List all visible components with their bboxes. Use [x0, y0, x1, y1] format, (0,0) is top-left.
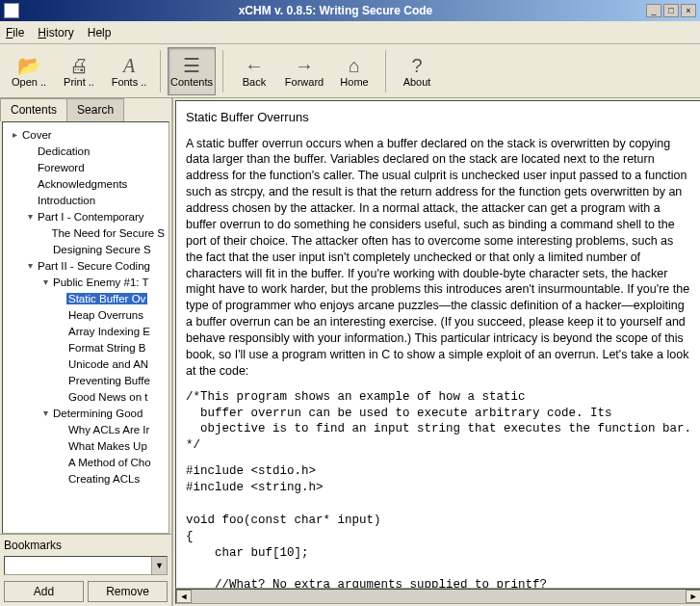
tab-contents[interactable]: Contents — [0, 98, 67, 121]
forward-button[interactable]: →Forward — [280, 47, 328, 95]
tree-item[interactable]: Dedication — [5, 143, 167, 159]
horizontal-scrollbar[interactable]: ◄ ► — [175, 589, 700, 604]
tree-item[interactable]: Preventing Buffe — [5, 372, 167, 388]
menubar: File History Help — [0, 21, 700, 44]
window-buttons: _ □ × — [646, 4, 696, 17]
tree-item[interactable]: Heap Overruns — [5, 306, 167, 323]
open-icon: 📂 — [17, 55, 41, 76]
tree-item-label: Why ACLs Are Ir — [66, 424, 151, 435]
open-button[interactable]: 📂Open .. — [5, 47, 53, 95]
home-icon: ⌂ — [349, 55, 360, 76]
expand-open-icon[interactable]: ▾ — [39, 408, 51, 418]
tree-item-label: Heap Overruns — [66, 309, 145, 321]
toolbar: 📂Open .. 🖨Print .. AFonts .. ☰Contents ←… — [0, 44, 700, 98]
tree-item[interactable]: Why ACLs Are Ir — [5, 421, 167, 437]
back-icon: ← — [245, 55, 264, 76]
toolbar-separator — [222, 50, 223, 92]
minimize-button[interactable]: _ — [646, 4, 661, 17]
tree-item-label: Part I - Contemporary — [36, 211, 146, 223]
fonts-icon: A — [123, 55, 135, 76]
tree-item-label: Public Enemy #1: T — [51, 277, 151, 288]
tree-item-label: Array Indexing E — [66, 326, 152, 337]
tree-item-label: Unicode and AN — [66, 358, 150, 370]
tree-item[interactable]: Unicode and AN — [5, 356, 167, 372]
print-button[interactable]: 🖨Print .. — [55, 47, 103, 95]
tree-item[interactable]: ▾Part I - Contemporary — [5, 208, 167, 224]
tree-item-label: Acknowledgments — [36, 178, 129, 190]
bookmarks-combo[interactable]: ▼ — [4, 556, 168, 575]
tree-item-label: Determining Good — [51, 408, 144, 419]
bookmarks-panel: Bookmarks ▼ Add Remove — [0, 534, 171, 606]
tree-item[interactable]: The Need for Secure S — [5, 224, 167, 241]
tree-item[interactable]: ▾Part II - Secure Coding — [5, 257, 167, 274]
scroll-right-icon[interactable]: ► — [686, 590, 700, 603]
tree-item[interactable]: ▾Determining Good — [5, 405, 167, 421]
tree-item-label: Cover — [20, 129, 54, 141]
tree-item[interactable]: Format String B — [5, 339, 167, 356]
tree-item-label: A Method of Cho — [66, 457, 153, 468]
tree-item[interactable]: What Makes Up — [5, 437, 167, 454]
code-block: #include <stdio.h> #include <string.h> v… — [186, 463, 691, 589]
tree-item-label: Designing Secure S — [51, 244, 153, 255]
tree-item-label: Creating ACLs — [66, 473, 142, 485]
tree-item-label: Part II - Secure Coding — [36, 260, 152, 272]
menu-file[interactable]: File — [6, 26, 24, 40]
tree-item-label: What Makes Up — [66, 440, 149, 452]
tree-view[interactable]: ▸CoverDedicationForewordAcknowledgmentsI… — [2, 121, 169, 534]
titlebar: xCHM v. 0.8.5: Writing Secure Code _ □ × — [0, 0, 700, 21]
about-button[interactable]: ?About — [393, 47, 441, 95]
home-button[interactable]: ⌂Home — [330, 47, 378, 95]
expand-open-icon[interactable]: ▾ — [24, 211, 36, 222]
maximize-button[interactable]: □ — [663, 4, 679, 17]
main-area: Contents Search ▸CoverDedicationForeword… — [0, 98, 700, 606]
tree-item[interactable]: ▾Public Enemy #1: T — [5, 274, 167, 290]
chevron-down-icon[interactable]: ▼ — [151, 557, 167, 574]
tree-item-label: Good News on t — [66, 391, 149, 403]
tree-item-label: Dedication — [36, 145, 91, 157]
bookmark-remove-button[interactable]: Remove — [88, 581, 168, 602]
fonts-button[interactable]: AFonts .. — [105, 47, 153, 95]
back-button[interactable]: ←Back — [230, 47, 278, 95]
tree-item-label: The Need for Secure S — [49, 227, 167, 239]
tree-item-label: Preventing Buffe — [66, 375, 152, 386]
close-button[interactable]: × — [681, 4, 696, 17]
forward-icon: → — [295, 55, 314, 76]
tree-item-label: Static Buffer Ov — [66, 293, 147, 304]
expand-open-icon[interactable]: ▾ — [24, 260, 36, 271]
tree-item[interactable]: ▸Cover — [5, 126, 167, 143]
about-icon: ? — [411, 55, 422, 76]
sidebar: Contents Search ▸CoverDedicationForeword… — [0, 98, 173, 606]
tree-item[interactable]: Designing Secure S — [5, 241, 167, 257]
contents-button[interactable]: ☰Contents — [168, 47, 216, 95]
tree-item[interactable]: Acknowledgments — [5, 175, 167, 192]
toolbar-separator — [160, 50, 161, 92]
content-panel: Static Buffer Overruns A static buffer o… — [173, 98, 700, 606]
sidebar-tabs: Contents Search — [0, 98, 171, 121]
code-block: /*This program shows an example of how a… — [186, 389, 691, 455]
page-paragraph: A static buffer overrun occurs when a bu… — [186, 136, 691, 380]
scroll-left-icon[interactable]: ◄ — [176, 590, 192, 603]
tree-item[interactable]: Array Indexing E — [5, 323, 167, 339]
tree-item-label: Introduction — [36, 195, 97, 206]
tree-item[interactable]: Good News on t — [5, 388, 167, 405]
tree-item[interactable]: Creating ACLs — [5, 470, 167, 487]
print-icon: 🖨 — [69, 55, 89, 76]
page-heading: Static Buffer Overruns — [186, 109, 691, 126]
bookmark-add-button[interactable]: Add — [4, 581, 84, 602]
contents-icon: ☰ — [183, 55, 200, 76]
tree-item-label: Format String B — [66, 342, 148, 354]
window-title: xCHM v. 0.8.5: Writing Secure Code — [25, 4, 646, 17]
tree-item[interactable]: Static Buffer Ov — [5, 290, 167, 306]
tab-search[interactable]: Search — [66, 98, 124, 121]
tree-item[interactable]: Introduction — [5, 192, 167, 208]
tree-item[interactable]: Foreword — [5, 159, 167, 175]
expand-closed-icon[interactable]: ▸ — [9, 129, 20, 140]
menu-help[interactable]: Help — [88, 26, 112, 40]
content-viewer[interactable]: Static Buffer Overruns A static buffer o… — [175, 100, 700, 589]
bookmarks-label: Bookmarks — [4, 539, 168, 552]
tree-item[interactable]: A Method of Cho — [5, 454, 167, 470]
expand-open-icon[interactable]: ▾ — [39, 277, 51, 287]
app-icon — [4, 3, 19, 18]
toolbar-separator — [385, 50, 386, 92]
menu-history[interactable]: History — [38, 26, 73, 40]
